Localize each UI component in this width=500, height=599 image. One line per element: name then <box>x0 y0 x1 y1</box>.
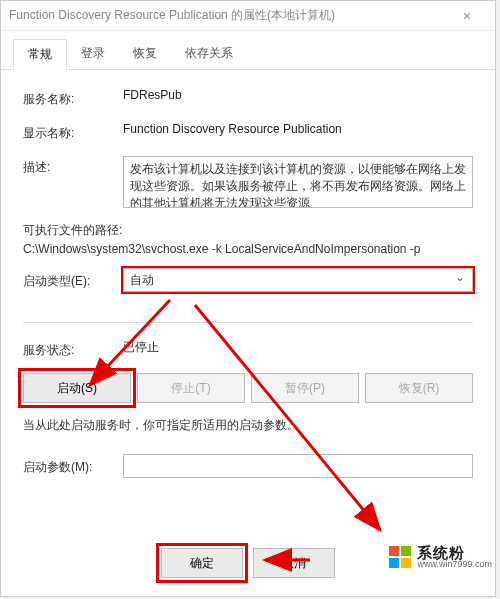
tab-logon[interactable]: 登录 <box>67 39 119 69</box>
stop-button: 停止(T) <box>137 373 245 403</box>
value-service-name: FDResPub <box>123 88 473 102</box>
resume-button: 恢复(R) <box>365 373 473 403</box>
tab-content: 服务名称: FDResPub 显示名称: Function Discovery … <box>1 70 495 508</box>
label-service-name: 服务名称: <box>23 88 123 108</box>
label-startup-type: 启动类型(E): <box>23 270 123 290</box>
tab-recovery[interactable]: 恢复 <box>119 39 171 69</box>
watermark: 系统粉 www.win7999.com <box>389 545 492 569</box>
start-param-input[interactable] <box>123 454 473 478</box>
titlebar: Function Discovery Resource Publication … <box>1 1 495 31</box>
label-display-name: 显示名称: <box>23 122 123 142</box>
start-button[interactable]: 启动(S) <box>23 373 131 403</box>
close-icon[interactable]: × <box>447 8 487 24</box>
startup-type-select[interactable]: 自动 <box>123 268 473 292</box>
cancel-button[interactable]: 取消 <box>253 548 335 578</box>
properties-dialog: Function Discovery Resource Publication … <box>0 0 496 597</box>
tab-general[interactable]: 常规 <box>13 39 67 70</box>
pause-button: 暂停(P) <box>251 373 359 403</box>
window-title: Function Discovery Resource Publication … <box>9 7 447 24</box>
tab-dependencies[interactable]: 依存关系 <box>171 39 247 69</box>
tabset: 常规 登录 恢复 依存关系 <box>1 31 495 70</box>
label-description: 描述: <box>23 156 123 176</box>
value-exe-path: C:\Windows\system32\svchost.exe -k Local… <box>23 242 473 256</box>
value-display-name: Function Discovery Resource Publication <box>123 122 473 136</box>
label-start-param: 启动参数(M): <box>23 456 123 476</box>
description-box[interactable] <box>123 156 473 208</box>
label-exe-path: 可执行文件的路径: <box>23 222 473 239</box>
watermark-title: 系统粉 <box>417 545 492 560</box>
ok-button[interactable]: 确定 <box>161 548 243 578</box>
watermark-url: www.win7999.com <box>417 560 492 569</box>
separator <box>23 322 473 323</box>
startup-hint: 当从此处启动服务时，你可指定所适用的启动参数。 <box>23 417 473 434</box>
label-service-state: 服务状态: <box>23 339 123 359</box>
ms-logo-icon <box>389 546 411 568</box>
value-service-state: 已停止 <box>123 339 473 356</box>
